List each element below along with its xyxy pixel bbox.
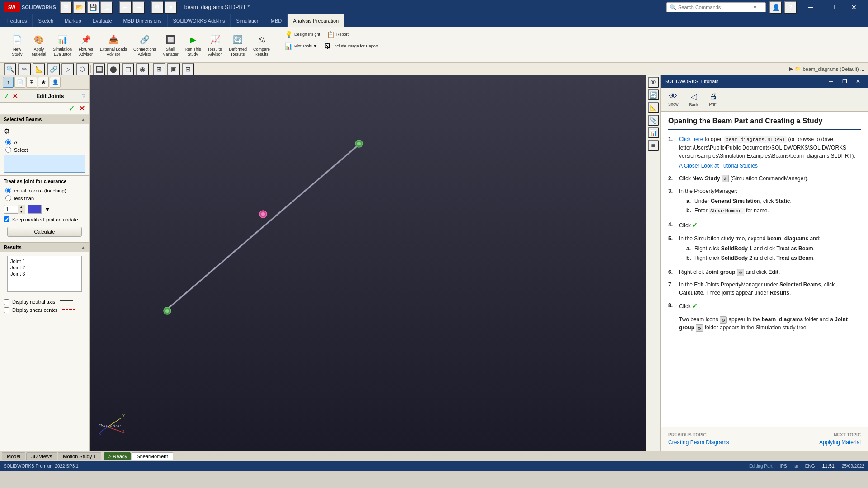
qat-expand[interactable]: ▼ <box>165 1 177 14</box>
shear-center-input[interactable] <box>4 307 9 313</box>
minimize-button[interactable]: ─ <box>800 1 821 14</box>
plot-tools-button[interactable]: 📊 Plot Tools ▼ <box>282 41 319 52</box>
qat-undo[interactable]: ↩ <box>119 1 132 14</box>
sec-icon-2[interactable]: ✏ <box>18 63 31 75</box>
panel-tool-doc[interactable]: 📄 <box>14 77 25 88</box>
sec-icon-7[interactable]: 🔲 <box>93 63 105 75</box>
sec-icon-11[interactable]: ⊞ <box>153 63 165 75</box>
color-dropdown-icon[interactable]: ▼ <box>44 206 51 213</box>
bottom-tab-3dviews[interactable]: 3D Views <box>26 452 57 460</box>
sec-icon-6[interactable]: ⬡ <box>76 63 89 75</box>
spin-down[interactable]: ▼ <box>18 209 25 214</box>
radio-less-than[interactable]: less than <box>5 195 84 201</box>
calculate-button[interactable]: Calculate <box>7 227 82 237</box>
qat-print[interactable]: 🖨 <box>100 1 113 14</box>
qat-redo[interactable]: ↪ <box>132 1 145 14</box>
result-joint-3[interactable]: Joint 3 <box>9 271 80 277</box>
neutral-axis-input[interactable] <box>4 299 9 305</box>
tab-evaluate[interactable]: Evaluate <box>87 14 118 27</box>
sec-icon-13[interactable]: ⊟ <box>182 63 194 75</box>
tab-solidworks-addins[interactable]: SOLIDWORKS Add-Ins <box>168 14 231 27</box>
report-button[interactable]: 📋 Report <box>324 29 351 40</box>
spin-input[interactable] <box>4 206 18 212</box>
tutorial-show-button[interactable]: 👁 Show <box>665 90 682 108</box>
sec-icon-5[interactable]: ▷ <box>61 63 74 75</box>
new-study-button[interactable]: 📄 NewStudy <box>7 32 27 58</box>
keep-modified-checkbox[interactable]: Keep modified joint on update <box>4 216 85 222</box>
panel-tool-grid[interactable]: ⊞ <box>26 77 37 88</box>
search-input[interactable] <box>678 5 750 10</box>
confirm-checkmark[interactable]: ✓ <box>68 103 75 113</box>
next-topic-link[interactable]: Applying Material <box>819 439 861 446</box>
radio-equal-zero-input[interactable] <box>5 188 11 193</box>
canvas-area[interactable]: *Isometric Y Z X <box>90 75 646 451</box>
selected-beams-header[interactable]: Selected Beams ▲ <box>0 115 89 124</box>
sec-icon-8[interactable]: ⬤ <box>107 63 120 75</box>
tutorial-print-button[interactable]: 🖨 Print <box>706 90 722 108</box>
ok-checkmark[interactable]: ✓ <box>4 92 9 100</box>
sec-icon-1[interactable]: 🔍 <box>4 63 16 75</box>
right-bar-btn-2[interactable]: 🔄 <box>648 89 659 100</box>
color-picker[interactable] <box>28 205 42 214</box>
qat-options[interactable]: ⚙ <box>151 1 164 14</box>
simulation-evaluator-button[interactable]: 📊 SimulationEvaluator <box>51 32 74 58</box>
user-icon[interactable]: 👤 <box>769 1 782 14</box>
sec-icon-10[interactable]: ◉ <box>136 63 149 75</box>
keep-modified-input[interactable] <box>4 216 9 222</box>
radio-equal-zero[interactable]: equal to zero (touching) <box>5 188 84 193</box>
apply-material-button[interactable]: 🎨 ApplyMaterial <box>29 32 49 58</box>
bottom-tab-ready[interactable]: ▷ Ready <box>104 452 131 460</box>
display-neutral-axis-checkbox[interactable]: Display neutral axis <box>4 299 85 305</box>
tab-analysis-preparation[interactable]: Analysis Preparation <box>288 14 344 27</box>
right-bar-btn-1[interactable]: 👁 <box>648 77 659 88</box>
result-joint-2[interactable]: Joint 2 <box>9 264 80 271</box>
tab-mbd[interactable]: MBD <box>265 14 288 27</box>
panel-tool-person[interactable]: 👤 <box>50 77 61 88</box>
run-this-study-button[interactable]: ▶ Run ThisStudy <box>183 32 203 58</box>
fixtures-advisor-button[interactable]: 📌 FixturesAdvisor <box>76 32 96 58</box>
sec-icon-9[interactable]: ◫ <box>122 63 134 75</box>
qat-new[interactable]: ⊞ <box>60 1 72 14</box>
tab-sketch[interactable]: Sketch <box>33 14 59 27</box>
help-icon-panel[interactable]: ? <box>82 93 85 99</box>
connections-advisor-button[interactable]: 🔗 ConnectionsAdvisor <box>131 32 158 58</box>
help-icon[interactable]: ? <box>784 1 797 14</box>
sec-icon-4[interactable]: 🔗 <box>47 63 60 75</box>
design-insight-button[interactable]: 💡 Design Insight <box>282 29 322 40</box>
radio-select[interactable]: Select <box>5 147 84 153</box>
restore-button[interactable]: ❐ <box>822 1 843 14</box>
panel-tool-arrow[interactable]: ↑ <box>3 77 14 88</box>
radio-select-input[interactable] <box>5 147 11 153</box>
qat-open[interactable]: 📂 <box>73 1 86 14</box>
tab-markup[interactable]: Markup <box>59 14 87 27</box>
panel-tool-star[interactable]: ★ <box>38 77 49 88</box>
tab-features[interactable]: Features <box>2 14 33 27</box>
selection-box[interactable] <box>4 155 85 173</box>
tutorial-restore[interactable]: ❐ <box>838 77 851 86</box>
radio-all[interactable]: All <box>5 139 84 145</box>
results-advisor-button[interactable]: 📈 ResultsAdvisor <box>205 32 225 58</box>
result-joint-1[interactable]: Joint 1 <box>9 258 80 264</box>
bottom-tab-model[interactable]: Model <box>2 452 25 460</box>
sec-icon-12[interactable]: ▣ <box>167 63 180 75</box>
external-loads-button[interactable]: 📥 External LoadsAdvisor <box>98 32 129 58</box>
right-bar-btn-6[interactable]: ≡ <box>648 140 659 151</box>
sec-icon-3[interactable]: 📐 <box>33 63 45 75</box>
radio-all-input[interactable] <box>5 139 11 145</box>
display-shear-center-checkbox[interactable]: Display shear center <box>4 307 85 313</box>
tutorial-minimize[interactable]: ─ <box>825 77 837 86</box>
prev-topic-link[interactable]: Creating Beam Diagrams <box>668 439 729 446</box>
include-image-button[interactable]: 🖼 Include Image for Report <box>321 41 380 52</box>
bottom-tab-shear-moment[interactable]: ShearMoment <box>132 452 173 460</box>
shell-manager-button[interactable]: 🔲 ShellManager <box>160 32 181 58</box>
expand-icon[interactable]: ▶ <box>789 66 793 72</box>
closer-look-link[interactable]: A Closer Look at Tutorial Studies <box>679 163 758 169</box>
step-1-link[interactable]: Click here <box>679 136 703 142</box>
qat-save[interactable]: 💾 <box>87 1 99 14</box>
right-bar-btn-4[interactable]: 📎 <box>648 115 659 126</box>
compare-results-button[interactable]: ⚖ CompareResults <box>251 32 272 58</box>
tutorial-close[interactable]: ✕ <box>852 77 864 86</box>
close-button[interactable]: ✕ <box>844 1 864 14</box>
bottom-tab-motion-study-1[interactable]: Motion Study 1 <box>58 452 101 460</box>
radio-less-than-input[interactable] <box>5 195 11 201</box>
